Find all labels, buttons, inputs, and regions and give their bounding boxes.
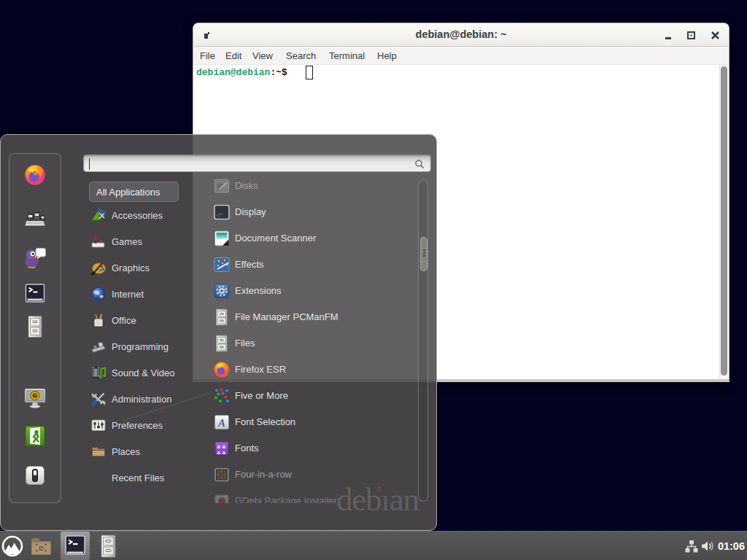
svg-text:a: a bbox=[222, 448, 226, 456]
svg-text:D: D bbox=[39, 545, 44, 552]
svg-text:a: a bbox=[217, 448, 221, 456]
svg-text:?: ? bbox=[34, 393, 36, 398]
svg-text:A: A bbox=[217, 417, 225, 429]
